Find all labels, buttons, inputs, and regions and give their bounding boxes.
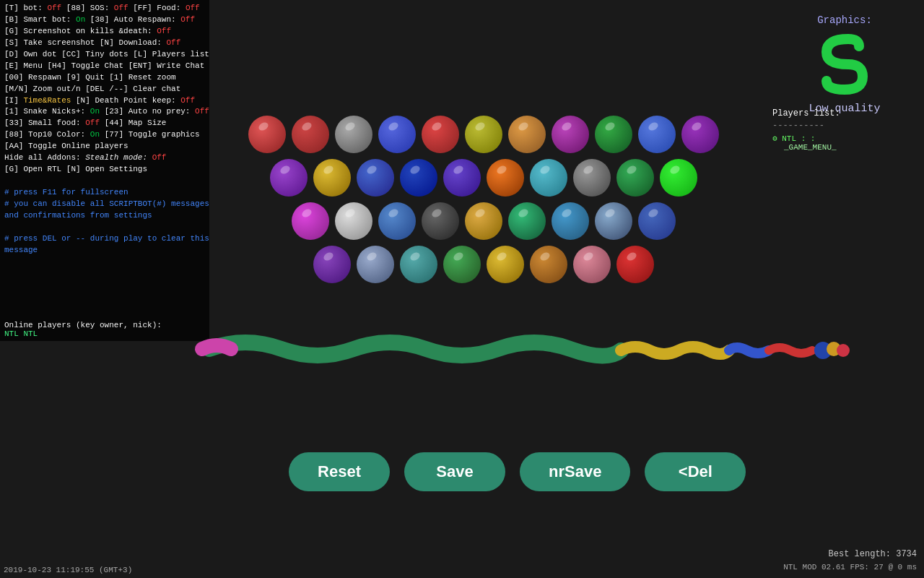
reset-button[interactable]: Reset: [289, 452, 390, 491]
bottom-status: Best length: 3734 NTL MOD 02.61 FPS: 27 …: [783, 548, 917, 574]
timestamp-text: 2019-10-23 11:19:55 (GMT+3): [4, 566, 132, 574]
color-ball[interactable]: [378, 202, 416, 240]
color-row-1: [260, 116, 707, 153]
color-picker-panel: [260, 116, 707, 289]
color-ball[interactable]: [573, 246, 611, 283]
color-ball[interactable]: [530, 159, 567, 197]
color-ball[interactable]: [465, 116, 502, 153]
players-list-divider: ----------: [772, 121, 917, 131]
timestamp: 2019-10-23 11:19:55 (GMT+3): [4, 566, 132, 574]
color-row-2: [260, 159, 707, 197]
color-ball[interactable]: [595, 116, 632, 153]
snake-logo-svg: [812, 32, 877, 97]
color-ball[interactable]: [313, 159, 351, 197]
color-ball[interactable]: [508, 116, 546, 153]
players-list-title: Players list:: [772, 108, 917, 118]
color-row-4: [260, 246, 707, 283]
color-ball[interactable]: [573, 159, 611, 197]
player-entry[interactable]: ⚙ NTL : :: [772, 134, 917, 143]
left-info-panel: [T] bot: Off [88] SOS: Off [FF] Food: Of…: [0, 0, 209, 318]
color-ball[interactable]: [443, 246, 481, 283]
color-ball[interactable]: [508, 202, 546, 240]
color-ball[interactable]: [422, 202, 459, 240]
color-ball[interactable]: [616, 159, 654, 197]
players-list-panel: Players list: ---------- ⚙ NTL : : _GAME…: [772, 108, 917, 152]
color-ball[interactable]: [552, 202, 589, 240]
best-length: Best length: 3734: [783, 548, 917, 561]
color-ball[interactable]: [487, 246, 524, 283]
color-ball[interactable]: [357, 246, 394, 283]
color-ball[interactable]: [530, 246, 567, 283]
svg-point-2: [837, 344, 850, 357]
color-ball[interactable]: [422, 116, 459, 153]
color-ball[interactable]: [465, 202, 502, 240]
color-row-3: [260, 202, 707, 240]
nrsave-button[interactable]: nrSave: [520, 452, 630, 491]
color-ball[interactable]: [638, 116, 676, 153]
color-ball[interactable]: [681, 116, 719, 153]
graphics-title: Graphics:: [817, 14, 872, 26]
color-ball[interactable]: [638, 202, 676, 240]
color-ball[interactable]: [292, 202, 329, 240]
color-ball[interactable]: [552, 116, 589, 153]
color-ball[interactable]: [616, 246, 654, 283]
color-ball[interactable]: [248, 116, 286, 153]
action-buttons: Reset Save nrSave <Del: [289, 452, 746, 491]
color-ball[interactable]: [487, 159, 524, 197]
color-ball[interactable]: [335, 202, 372, 240]
mod-info: NTL MOD 02.61 FPS: 27 @ 0 ms: [783, 561, 917, 574]
color-ball[interactable]: [313, 246, 351, 283]
color-ball[interactable]: [595, 202, 632, 240]
snake-display: [0, 322, 924, 372]
save-button[interactable]: Save: [404, 452, 505, 491]
color-ball[interactable]: [443, 159, 481, 197]
color-ball[interactable]: [400, 246, 437, 283]
color-ball[interactable]: [357, 159, 394, 197]
color-ball[interactable]: [292, 116, 329, 153]
del-button[interactable]: <Del: [645, 452, 746, 491]
game-menu-entry[interactable]: _GAME_MENU_: [772, 143, 917, 152]
color-ball[interactable]: [378, 116, 416, 153]
color-ball[interactable]: [400, 159, 437, 197]
color-ball[interactable]: [660, 159, 697, 197]
graphics-panel: Graphics: Low quality: [765, 0, 924, 122]
color-ball[interactable]: [335, 116, 372, 153]
color-ball[interactable]: [270, 159, 308, 197]
